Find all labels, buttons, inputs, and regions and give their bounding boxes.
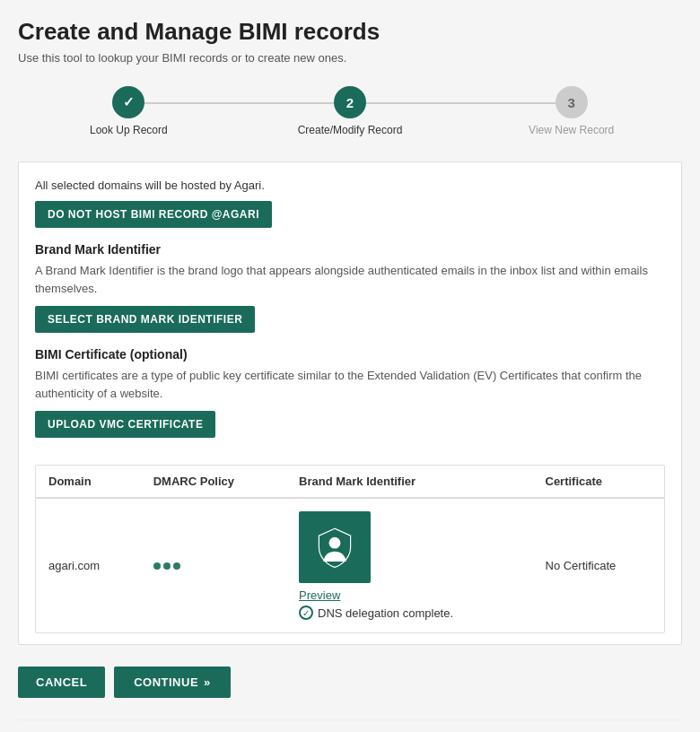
records-table: Domain DMARC Policy Brand Mark Identifie… [36,466,664,632]
page-footer: © Copyright 2023 Fortra, LLC All rights … [18,719,682,732]
content-area: All selected domains will be hosted by A… [18,161,682,645]
dot-2 [163,562,171,570]
stepper: ✓ Look Up Record 2 Create/Modify Record … [18,86,682,136]
cell-domain: agari.com [36,498,141,632]
svg-point-0 [329,537,341,549]
certificate-section: BIMI Certificate (optional) BIMI certifi… [35,347,665,452]
preview-link[interactable]: Preview [299,588,340,602]
table-row: agari.com [36,498,664,632]
dmarc-dots [153,562,274,570]
step-1-circle: ✓ [112,86,144,118]
no-host-button[interactable]: DO NOT HOST BIMI RECORD @AGARI [35,201,272,228]
continue-label: CONTINUE [134,675,198,689]
brand-mark-cell: Preview ✓ DNS delegation complete. [299,511,520,620]
dns-check-icon: ✓ [299,606,313,620]
brand-mark-description: A Brand Mark Identifier is the brand log… [35,262,665,297]
continue-icon: » [204,675,211,689]
step-2-circle: 2 [334,86,366,118]
dot-3 [173,562,180,570]
select-brand-mark-button[interactable]: SELECT BRAND MARK IDENTIFIER [35,306,255,333]
dns-status: ✓ DNS delegation complete. [299,606,453,620]
cell-certificate: No Certificate [533,498,665,632]
step-1-item: ✓ Look Up Record [18,86,240,136]
page-title: Create and Manage BIMI records [18,18,682,46]
hosted-notice: All selected domains will be hosted by A… [35,179,665,192]
step-3-item: 3 View New Record [460,86,682,136]
col-domain: Domain [36,466,141,498]
continue-button[interactable]: CONTINUE » [114,667,231,698]
cell-dmarc [141,498,286,632]
certificate-title: BIMI Certificate (optional) [35,347,665,362]
step-3-circle: 3 [556,86,588,118]
certificate-description: BIMI certificates are a type of public k… [35,367,665,402]
col-certificate: Certificate [533,466,665,498]
page-subtitle: Use this tool to lookup your BIMI record… [18,51,682,65]
dot-1 [153,562,161,570]
step-1-label: Look Up Record [90,124,168,136]
footer-buttons: CANCEL CONTINUE » [18,658,682,710]
dns-status-text: DNS delegation complete. [318,606,453,620]
upload-vmc-button[interactable]: UPLOAD VMC CERTIFICATE [35,411,215,438]
col-brand-mark: Brand Mark Identifier [286,466,532,498]
cell-brand-mark: Preview ✓ DNS delegation complete. [286,498,532,632]
cancel-button[interactable]: CANCEL [18,667,105,698]
col-dmarc: DMARC Policy [141,466,286,498]
brand-mark-section: Brand Mark Identifier A Brand Mark Ident… [35,242,665,347]
step-2-label: Create/Modify Record [298,124,403,136]
brand-mark-title: Brand Mark Identifier [35,242,665,257]
records-table-wrapper: Domain DMARC Policy Brand Mark Identifie… [35,465,665,633]
step-3-label: View New Record [529,124,614,136]
step-2-item: 2 Create/Modify Record [240,86,461,136]
brand-mark-image [299,511,371,583]
